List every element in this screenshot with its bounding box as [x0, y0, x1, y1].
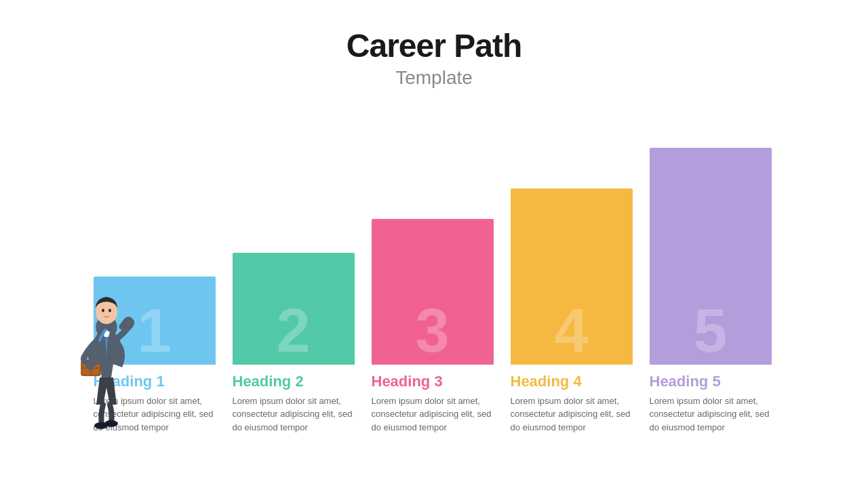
character-illustration [62, 279, 184, 435]
svg-point-8 [104, 420, 118, 427]
bars-container: 1 Heading 1 Lorem ipsum dolor sit amet, … [94, 148, 775, 434]
slide: Career Path Template [0, 0, 868, 488]
bar-column-2: 2 Heading 2 Lorem ipsum dolor sit amet, … [233, 253, 358, 434]
label-section-2: Heading 2 Lorem ipsum dolor sit amet, co… [233, 373, 355, 434]
bar-number-3: 3 [415, 300, 449, 361]
label-section-5: Heading 5 Lorem ipsum dolor sit amet, co… [650, 373, 772, 434]
bar-column-4: 4 Heading 4 Lorem ipsum dolor sit amet, … [511, 188, 636, 434]
bar-number-2: 2 [276, 300, 310, 361]
label-section-4: Heading 4 Lorem ipsum dolor sit amet, co… [511, 373, 633, 434]
body-text-3: Lorem ipsum dolor sit amet, consectetur … [372, 394, 494, 434]
main-title: Career Path [347, 27, 521, 64]
bar-2: 2 [233, 253, 355, 365]
heading-2: Heading 2 [233, 373, 355, 390]
bar-column-3: 3 Heading 3 Lorem ipsum dolor sit amet, … [372, 219, 497, 434]
body-text-4: Lorem ipsum dolor sit amet, consectetur … [511, 394, 633, 434]
bar-number-5: 5 [693, 300, 727, 361]
bar-number-4: 4 [554, 300, 588, 361]
heading-3: Heading 3 [372, 373, 494, 390]
bar-5: 5 [650, 148, 772, 365]
body-text-2: Lorem ipsum dolor sit amet, consectetur … [233, 394, 355, 434]
body-text-5: Lorem ipsum dolor sit amet, consectetur … [650, 394, 772, 434]
svg-point-6 [108, 309, 111, 312]
svg-point-5 [102, 309, 104, 312]
bar-3: 3 [372, 219, 494, 365]
label-section-3: Heading 3 Lorem ipsum dolor sit amet, co… [372, 373, 494, 434]
bar-column-5: 5 Heading 5 Lorem ipsum dolor sit amet, … [650, 148, 775, 434]
title-section: Career Path Template [347, 27, 521, 89]
bar-4: 4 [511, 188, 633, 365]
heading-5: Heading 5 [650, 373, 772, 390]
heading-4: Heading 4 [511, 373, 633, 390]
sub-title: Template [347, 67, 521, 89]
